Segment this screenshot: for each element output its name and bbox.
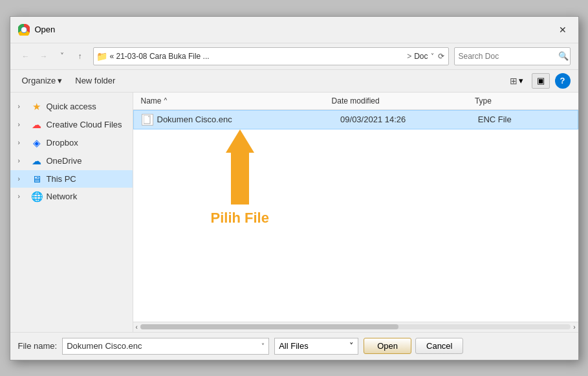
pane-icon: ▣ xyxy=(537,76,545,85)
arrow-stem xyxy=(231,153,249,205)
title-bar-left: Open xyxy=(18,24,56,36)
dropbox-icon: ◈ xyxy=(31,137,43,149)
back-button[interactable]: ← xyxy=(18,49,34,64)
sidebar-item-label: Network xyxy=(47,192,78,201)
refresh-button[interactable]: ⟳ xyxy=(437,50,446,62)
expand-icon: › xyxy=(18,193,27,200)
expand-icon: › xyxy=(18,175,27,182)
address-separator: > xyxy=(407,52,411,61)
expand-icon: › xyxy=(18,103,27,110)
quick-access-icon: ★ xyxy=(31,101,43,113)
sidebar: › ★ Quick access › ☁ Creative Cloud File… xyxy=(10,93,133,332)
address-dropdown-arrow[interactable]: ˅ xyxy=(431,52,434,60)
scroll-right-button[interactable]: › xyxy=(573,324,575,331)
sidebar-item-label: Dropbox xyxy=(47,138,78,148)
filename-label: File name: xyxy=(18,341,58,351)
filename-dropdown-arrow: ˅ xyxy=(261,342,265,349)
main-area: › ★ Quick access › ☁ Creative Cloud File… xyxy=(10,93,578,332)
filename-value: Dokumen Cisco.enc xyxy=(67,341,142,351)
view-button[interactable]: ⊞ ▾ xyxy=(506,74,527,88)
expand-icon: › xyxy=(18,157,27,164)
dialog-title: Open xyxy=(35,25,56,34)
dropdown-button[interactable]: ˅ xyxy=(54,49,70,64)
sidebar-item-network[interactable]: › 🌐 Network xyxy=(10,188,133,206)
bottom-bar: File name: Dokumen Cisco.enc ˅ All Files… xyxy=(10,332,578,360)
sidebar-item-label: Creative Cloud Files xyxy=(47,120,122,129)
sidebar-item-this-pc[interactable]: › 🖥 This PC xyxy=(10,170,133,188)
filename-input[interactable]: Dokumen Cisco.enc ˅ xyxy=(62,338,269,355)
open-button[interactable]: Open xyxy=(364,338,411,354)
search-bar[interactable]: 🔍 xyxy=(454,47,571,65)
view-arrow: ▾ xyxy=(519,76,523,85)
creative-cloud-icon: ☁ xyxy=(31,119,43,131)
svg-point-2 xyxy=(22,28,26,32)
sidebar-item-onedrive[interactable]: › ☁ OneDrive xyxy=(10,152,133,170)
file-icon xyxy=(142,114,153,126)
organize-button[interactable]: Organize ▾ xyxy=(18,74,67,87)
sidebar-item-label: Quick access xyxy=(47,102,96,111)
close-button[interactable]: ✕ xyxy=(555,22,571,38)
sidebar-item-creative-cloud[interactable]: › ☁ Creative Cloud Files xyxy=(10,116,133,134)
view-icon: ⊞ xyxy=(510,76,517,86)
onedrive-icon: ☁ xyxy=(31,155,43,167)
column-date-modified[interactable]: Date modified xyxy=(332,96,475,105)
sidebar-item-dropbox[interactable]: › ◈ Dropbox xyxy=(10,134,133,152)
sort-arrow: ^ xyxy=(164,97,168,104)
scroll-track[interactable] xyxy=(140,324,571,329)
search-icon: 🔍 xyxy=(558,51,569,61)
column-type[interactable]: Type xyxy=(475,96,571,105)
nav-toolbar: ← → ˅ ↑ 📁 « 21-03-08 Cara Buka File ... … xyxy=(10,43,578,70)
sidebar-item-label: OneDrive xyxy=(47,156,82,166)
search-input[interactable] xyxy=(459,52,556,61)
forward-button[interactable]: → xyxy=(36,49,52,64)
organize-arrow: ▾ xyxy=(58,76,62,85)
file-header: Name ^ Date modified Type xyxy=(133,93,578,110)
file-list: Dokumen Cisco.enc 09/03/2021 14:26 ENC F… xyxy=(133,110,578,322)
this-pc-icon: 🖥 xyxy=(31,173,43,184)
column-name[interactable]: Name ^ xyxy=(141,96,332,105)
open-dialog: Open ✕ ← → ˅ ↑ 📁 « 21-03-08 Cara Buka Fi… xyxy=(10,16,579,360)
annotation-label: Pilih File xyxy=(211,210,269,227)
up-button[interactable]: ↑ xyxy=(72,49,88,64)
address-bar[interactable]: 📁 « 21-03-08 Cara Buka File ... > Doc ˅ … xyxy=(93,47,449,65)
cancel-button[interactable]: Cancel xyxy=(415,338,463,354)
expand-icon: › xyxy=(18,139,27,146)
network-icon: 🌐 xyxy=(31,191,43,203)
second-toolbar: Organize ▾ New folder ⊞ ▾ ▣ ? xyxy=(10,70,578,93)
file-date-modified: 09/03/2021 14:26 xyxy=(340,115,478,124)
app-icon xyxy=(18,24,30,36)
help-button[interactable]: ? xyxy=(555,73,571,89)
table-row[interactable]: Dokumen Cisco.enc 09/03/2021 14:26 ENC F… xyxy=(133,110,578,129)
file-name: Dokumen Cisco.enc xyxy=(157,115,341,124)
filetype-select[interactable]: All Files ˅ xyxy=(274,338,358,355)
horizontal-scrollbar[interactable]: ‹ › xyxy=(133,322,578,332)
filetype-dropdown-arrow: ˅ xyxy=(349,341,354,351)
title-bar: Open ✕ xyxy=(10,17,578,43)
file-type: ENC File xyxy=(478,115,570,124)
action-buttons: Open Cancel xyxy=(364,338,463,354)
pane-button[interactable]: ▣ xyxy=(532,73,550,89)
file-area: Name ^ Date modified Type xyxy=(133,93,578,332)
annotation: Pilih File xyxy=(211,129,269,227)
scroll-left-button[interactable]: ‹ xyxy=(136,324,138,331)
organize-label: Organize xyxy=(22,76,56,85)
filetype-value: All Files xyxy=(279,341,309,351)
new-folder-button[interactable]: New folder xyxy=(71,74,119,87)
address-current: Doc xyxy=(414,52,428,61)
address-path: « 21-03-08 Cara Buka File ... xyxy=(110,52,405,61)
scroll-thumb[interactable] xyxy=(140,324,398,329)
sidebar-item-quick-access[interactable]: › ★ Quick access xyxy=(10,98,133,116)
folder-icon: 📁 xyxy=(96,51,107,61)
arrow-up xyxy=(226,129,254,153)
sidebar-item-label: This PC xyxy=(47,174,76,184)
expand-icon: › xyxy=(18,121,27,128)
